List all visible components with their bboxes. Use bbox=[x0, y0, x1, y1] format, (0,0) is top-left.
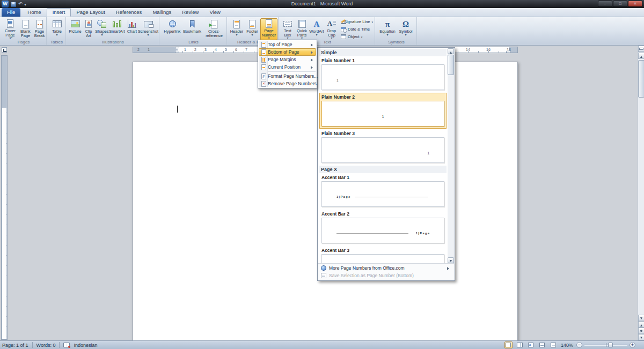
gallery-scrollbar-thumb[interactable] bbox=[448, 55, 454, 75]
title-bar: W ↶ Document1 - Microsoft Word – □ ✕ bbox=[0, 0, 644, 8]
word-application-window: W ↶ Document1 - Microsoft Word – □ ✕ Fil… bbox=[0, 0, 644, 349]
page-number-label: Page Number bbox=[261, 29, 277, 37]
scroll-up-button[interactable] bbox=[638, 53, 644, 59]
gallery-scrollbar[interactable] bbox=[448, 48, 454, 263]
gallery-scroll-down-button[interactable] bbox=[448, 257, 454, 263]
bookmark-label: Bookmark bbox=[183, 29, 201, 34]
tab-page-layout[interactable]: Page Layout bbox=[71, 8, 110, 17]
tab-file[interactable]: File bbox=[2, 8, 20, 17]
gallery-item-plain-number-1[interactable]: Plain Number 1 1 bbox=[319, 56, 447, 92]
select-browse-object-button[interactable] bbox=[638, 328, 644, 334]
zoom-in-icon[interactable]: + bbox=[630, 342, 635, 348]
vertical-ruler[interactable] bbox=[1, 55, 8, 340]
scroll-down-button[interactable] bbox=[638, 315, 644, 321]
zoom-track[interactable] bbox=[584, 342, 627, 348]
symbol-button[interactable]: Ω Symbol bbox=[398, 18, 414, 40]
document-scrollbar[interactable] bbox=[638, 46, 644, 340]
menu-item-top-of-page[interactable]: Top of Page bbox=[259, 41, 316, 48]
proofing-status-icon[interactable] bbox=[63, 343, 70, 347]
menu-item-bottom-of-page[interactable]: Bottom of Page bbox=[259, 48, 316, 56]
next-page-button[interactable] bbox=[638, 334, 644, 340]
preview-accent-rule bbox=[336, 233, 408, 234]
gallery-item-plain-number-2[interactable]: Plain Number 2 1 bbox=[319, 93, 447, 129]
gallery-item-plain-number-3[interactable]: Plain Number 3 1 bbox=[319, 129, 447, 165]
minimize-button[interactable]: – bbox=[598, 1, 612, 7]
gallery-footer: More Page Numbers from Office.com Save S… bbox=[318, 263, 454, 280]
tab-selector-button[interactable] bbox=[0, 46, 9, 54]
gallery-item-preview: 1 bbox=[321, 101, 444, 127]
drop-cap-label: Drop Cap bbox=[325, 29, 339, 37]
group-label-pages: Pages bbox=[1, 40, 46, 44]
cross-reference-button[interactable]: Cross-reference bbox=[202, 18, 226, 40]
dropdown-arrow-icon bbox=[101, 34, 103, 36]
zoom-out-icon[interactable]: − bbox=[576, 342, 582, 348]
cover-page-button[interactable]: Cover Page bbox=[2, 18, 18, 40]
undo-icon[interactable]: ↶ bbox=[18, 1, 23, 8]
footer-button[interactable]: Footer bbox=[245, 18, 260, 40]
language-indicator[interactable]: Indonesian bbox=[74, 343, 97, 348]
equation-button[interactable]: π Equation bbox=[378, 18, 397, 40]
gallery-scroll-up-button[interactable] bbox=[448, 48, 454, 54]
menu-item-label: Current Position bbox=[268, 64, 301, 70]
wordart-button[interactable]: A WordArt bbox=[309, 18, 324, 40]
view-ruler-toggle-button[interactable] bbox=[638, 46, 644, 52]
word-app-icon[interactable]: W bbox=[2, 1, 9, 8]
preview-accent-rule bbox=[355, 197, 428, 197]
zoom-slider[interactable]: − + bbox=[576, 342, 635, 348]
menu-item-page-margins[interactable]: Page Margins bbox=[259, 56, 316, 63]
drop-cap-button[interactable]: A Drop Cap bbox=[324, 18, 339, 40]
date-time-button[interactable]: Date & Time bbox=[340, 26, 374, 33]
save-icon[interactable] bbox=[11, 2, 16, 7]
fullscreen-reading-view-button[interactable] bbox=[516, 341, 524, 348]
web-layout-view-button[interactable] bbox=[527, 341, 535, 348]
tab-review[interactable]: Review bbox=[177, 8, 204, 17]
hyperlink-button[interactable]: Hyperlink bbox=[163, 18, 182, 40]
gallery-item-accent-bar-2[interactable]: Accent Bar 2 1 | P a g e bbox=[319, 210, 447, 246]
page-break-button[interactable]: Page Break bbox=[33, 18, 46, 40]
tab-references[interactable]: References bbox=[111, 8, 148, 17]
more-page-numbers-menu-item[interactable]: More Page Numbers from Office.com bbox=[319, 264, 453, 272]
page-indicator[interactable]: Page: 1 of 1 bbox=[2, 343, 28, 348]
scrollbar-thumb[interactable] bbox=[638, 60, 644, 98]
menu-item-current-position[interactable]: Current Position bbox=[259, 63, 316, 71]
gallery-item-accent-bar-3[interactable]: Accent Bar 3 Page | 1 bbox=[319, 246, 447, 263]
menu-separator bbox=[268, 71, 316, 72]
page-number-button[interactable]: Page Number bbox=[260, 18, 277, 40]
previous-page-button[interactable] bbox=[638, 321, 644, 328]
table-button[interactable]: Table bbox=[49, 18, 65, 40]
header-button[interactable]: Header bbox=[229, 18, 244, 40]
picture-button[interactable]: Picture bbox=[68, 18, 82, 40]
clip-art-button[interactable]: Clip Art bbox=[82, 18, 95, 40]
text-box-button[interactable]: Text Box bbox=[281, 18, 295, 40]
outline-view-button[interactable] bbox=[538, 341, 546, 348]
smartart-button[interactable]: SmartArt bbox=[109, 18, 125, 40]
menu-item-format-page-numbers[interactable]: Format Page Numbers... bbox=[259, 72, 316, 80]
menu-item-remove-page-numbers[interactable]: Remove Page Numbers bbox=[259, 80, 316, 87]
outline-view-icon bbox=[539, 343, 545, 347]
quick-access-toolbar: W ↶ bbox=[2, 1, 26, 8]
print-layout-view-button[interactable] bbox=[504, 341, 513, 348]
ruler-tick: 14 bbox=[465, 48, 471, 52]
bookmark-button[interactable]: Bookmark bbox=[183, 18, 201, 40]
gallery-item-accent-bar-1[interactable]: Accent Bar 1 1 | P a g e bbox=[319, 173, 447, 209]
ruler-tick: 2 bbox=[192, 48, 199, 52]
maximize-button[interactable]: □ bbox=[613, 1, 627, 7]
word-count[interactable]: Words: 0 bbox=[36, 343, 56, 348]
quick-parts-button[interactable]: Quick Parts bbox=[295, 18, 309, 40]
signature-line-button[interactable]: Signature Line bbox=[340, 18, 374, 25]
tab-mailings[interactable]: Mailings bbox=[147, 8, 177, 17]
screenshot-button[interactable]: Screenshot bbox=[139, 18, 157, 40]
chart-button[interactable]: Chart bbox=[125, 18, 139, 40]
draft-view-button[interactable] bbox=[550, 341, 558, 348]
cover-page-label: Cover Page bbox=[3, 29, 18, 37]
qat-customize-arrow-icon[interactable] bbox=[25, 1, 26, 7]
zoom-level[interactable]: 140% bbox=[561, 343, 573, 348]
tab-insert[interactable]: Insert bbox=[47, 8, 71, 17]
close-button[interactable]: ✕ bbox=[628, 1, 642, 7]
zoom-thumb[interactable] bbox=[608, 343, 613, 347]
blank-page-button[interactable]: Blank Page bbox=[19, 18, 32, 40]
tab-home[interactable]: Home bbox=[22, 8, 46, 17]
shapes-button[interactable]: Shapes bbox=[95, 18, 109, 40]
tab-view[interactable]: View bbox=[204, 8, 225, 17]
cross-reference-icon bbox=[211, 19, 217, 29]
